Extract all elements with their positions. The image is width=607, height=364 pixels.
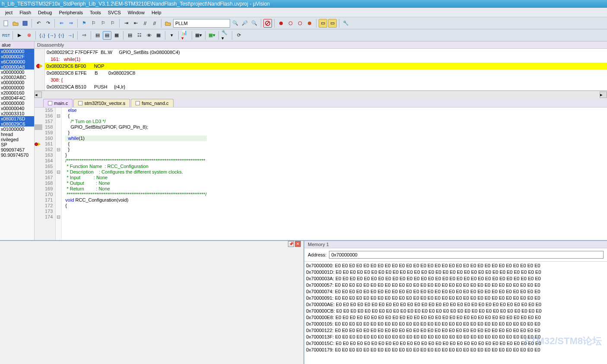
bookmark-clear-icon[interactable]: ⚐	[108, 19, 117, 28]
memory-row: 0x70000000: E0 E0 E0 E0 E0 E0 E0 E0 E0 E…	[306, 263, 605, 269]
menu-tools[interactable]: Tools	[86, 9, 104, 16]
undo-icon[interactable]: ↶	[34, 19, 43, 28]
uncomment-icon[interactable]: //	[150, 19, 159, 28]
redo-icon[interactable]: ↷	[44, 19, 52, 28]
incremental-find-icon[interactable]: 🔍	[250, 19, 259, 28]
tools-icon[interactable]: 🔧▾	[221, 31, 230, 40]
register-row[interactable]: x0000002F	[0, 54, 34, 59]
outdent-icon[interactable]: ⇤	[131, 19, 140, 28]
stop-icon[interactable]: ⊗	[25, 31, 33, 40]
register-row[interactable]: x000000A8	[0, 64, 34, 70]
menu-help[interactable]: Help	[148, 9, 165, 16]
watch-icon[interactable]: 👁	[145, 31, 153, 40]
memory-row: 0x700000E8: E0 E0 E0 E0 E0 E0 E0 E0 E0 E…	[306, 314, 605, 321]
register-row[interactable]: x00000000	[0, 70, 34, 75]
window-icon[interactable]: ▭	[319, 19, 327, 28]
record-icon[interactable]	[277, 19, 285, 28]
save-icon[interactable]	[21, 19, 29, 28]
disasm-row[interactable]: 0x080029C8 E7FE B 0x080029C8	[35, 70, 607, 76]
disasm-row[interactable]: 0x080029C6 BF00 NOP	[35, 63, 607, 70]
register-row[interactable]: x0800176D	[0, 116, 34, 121]
breakpoint-enable-icon[interactable]	[296, 19, 304, 28]
memory-row: 0x7000003A: E0 E0 E0 E0 E0 E0 E0 E0 E0 E…	[306, 275, 605, 282]
config-icon[interactable]: 🔧	[341, 19, 350, 28]
analysis-icon[interactable]: 📊▾	[181, 31, 190, 40]
reset-icon[interactable]: RST	[2, 31, 10, 40]
tab-main-c[interactable]: main.c	[43, 99, 73, 107]
disassembly-view[interactable]: 0x080029C2 F7FDFF7F BL.W GPIO_SetBits (0…	[35, 49, 607, 91]
register-row[interactable]: x00000000	[0, 80, 34, 85]
register-row[interactable]: hread	[0, 132, 34, 137]
update-icon[interactable]: ⟳	[234, 31, 243, 40]
run-icon[interactable]: ▶	[15, 31, 24, 40]
memory-icon[interactable]: ▦	[154, 31, 163, 40]
bookmark-icon[interactable]: ⚑	[80, 19, 89, 28]
register-row[interactable]: SP	[0, 142, 34, 147]
register-row[interactable]: x20003310	[0, 111, 34, 116]
step-over-icon[interactable]: {→}	[47, 31, 56, 40]
menu-flash[interactable]: Flash	[16, 9, 35, 16]
menu-peripherals[interactable]: Peripherals	[55, 9, 86, 16]
disasm-row[interactable]: 308: {	[35, 76, 607, 83]
comment-icon[interactable]: //	[141, 19, 149, 28]
register-row[interactable]: x08004F4C	[0, 95, 34, 101]
disasm-hscroll[interactable]: ◂▸	[35, 91, 607, 98]
register-row[interactable]: x20002ABC	[0, 75, 34, 80]
disasm-row[interactable]: 0x080029CA B510 PUSH {r4,lr}	[35, 83, 607, 90]
register-row[interactable]: x00000000	[0, 85, 34, 90]
folder-icon[interactable]	[164, 19, 172, 28]
menu-svcs[interactable]: SVCS	[104, 9, 124, 16]
memory-dump[interactable]: 0x70000000: E0 E0 E0 E0 E0 E0 E0 E0 E0 E…	[304, 262, 607, 354]
indent-icon[interactable]: ⇥	[122, 19, 130, 28]
register-row[interactable]: x00000040	[0, 106, 34, 111]
address-input[interactable]	[329, 251, 604, 259]
trace-icon[interactable]: ▦▾	[194, 31, 203, 40]
disasm-row[interactable]: 0x080029C2 F7FDFF7F BL.W GPIO_SetBits (0…	[35, 49, 607, 56]
callstack-icon[interactable]: ☷	[135, 31, 144, 40]
memory-row: 0x70000179: E0 E0 E0 E0 E0 E0 E0 E0 E0 E…	[306, 347, 605, 353]
bookmark-prev-icon[interactable]: ⚐	[89, 19, 98, 28]
register-row[interactable]: x01000000	[0, 127, 34, 132]
registers-icon[interactable]: ▤	[126, 31, 134, 40]
find-next-icon[interactable]: 🔎	[240, 19, 249, 28]
register-row[interactable]: x080029C6	[0, 121, 34, 127]
symbols-icon[interactable]: ▦	[112, 31, 121, 40]
open-icon[interactable]	[11, 19, 20, 28]
breakpoint-disable-icon[interactable]	[286, 19, 295, 28]
pin-icon[interactable]: 📌	[288, 241, 294, 247]
find-combo[interactable]	[173, 19, 230, 28]
cmd-window-icon[interactable]: ▤	[93, 31, 102, 40]
register-row[interactable]: 90.90974570	[0, 152, 34, 158]
register-row[interactable]: x20000160	[0, 90, 34, 95]
step-in-icon[interactable]: {↓}	[38, 31, 47, 40]
menu-debug[interactable]: Debug	[35, 9, 55, 16]
toolbar-2: RST ▶ ⊗ {↓} {→} {↑} →| ⇨ ▤ ▤ ▦ ▤ ☷ 👁 ▦ ▾…	[0, 29, 607, 41]
svg-point-5	[289, 22, 292, 25]
show-next-icon[interactable]: ⇨	[80, 31, 89, 40]
tab-stm32f10x_vector-s[interactable]: stm32f10x_vector.s	[73, 99, 130, 107]
nav-back-icon[interactable]: ⇐	[57, 19, 66, 28]
serial-icon[interactable]: ▾	[168, 31, 176, 40]
disasm-row[interactable]: 161: while(1)	[35, 56, 607, 63]
register-row[interactable]: x00000000	[0, 49, 34, 54]
new-file-icon[interactable]	[2, 19, 10, 28]
menu-window[interactable]: Window	[124, 9, 148, 16]
close-icon[interactable]: ✕	[295, 241, 301, 247]
tab-fsmc_nand-c[interactable]: fsmc_nand.c	[131, 99, 173, 107]
register-row[interactable]: rivileged	[0, 137, 34, 142]
nav-fwd-icon[interactable]: ⇒	[66, 19, 75, 28]
register-row[interactable]: x6C000000	[0, 59, 34, 64]
register-row[interactable]: x00000000	[0, 101, 34, 106]
register-row[interactable]: 909097457	[0, 147, 34, 152]
debug-stop-icon[interactable]	[263, 19, 272, 28]
menu-ject[interactable]: ject	[2, 9, 16, 16]
step-out-icon[interactable]: {↑}	[57, 31, 66, 40]
disasm-window-icon[interactable]: ▤	[103, 31, 111, 40]
bookmark-next-icon[interactable]: ⚐	[99, 19, 107, 28]
breakpoint-kill-icon[interactable]	[305, 19, 314, 28]
find-icon[interactable]: 🔍	[231, 19, 240, 28]
system-icon[interactable]: ▦▾	[208, 31, 216, 40]
run-to-cursor-icon[interactable]: →|	[66, 31, 75, 40]
svg-point-4	[279, 22, 283, 25]
window2-icon[interactable]: ▭	[328, 19, 337, 28]
